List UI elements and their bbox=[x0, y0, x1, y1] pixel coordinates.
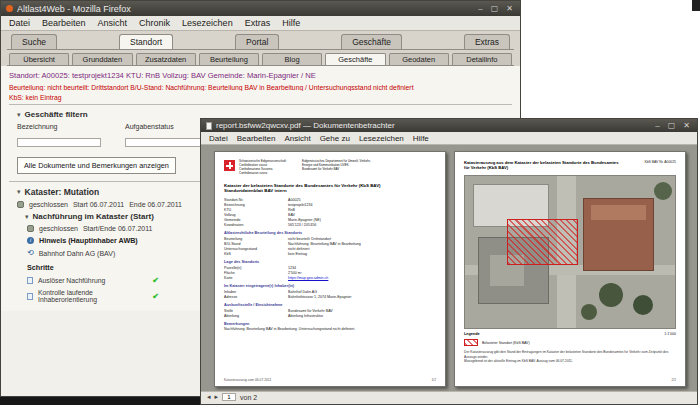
menu-datei[interactable]: Datei bbox=[209, 134, 228, 143]
secondary-tabs: Übersicht Grunddaten Zusatzdaten Beurtei… bbox=[7, 50, 514, 65]
menu-hilfe[interactable]: Hilfe bbox=[282, 18, 300, 28]
confederation-block: Schweizerische Eidgenossenschaft Confédé… bbox=[239, 160, 286, 176]
site-perimeter-overlay bbox=[507, 219, 578, 265]
pdf-menubar: Datei Bearbeiten Ansicht Gehe zu Lesezei… bbox=[201, 132, 697, 145]
bezeichnung-input[interactable] bbox=[17, 138, 101, 147]
datasheet-rows: Standort-Nr.A00025 Bezeichnungtestprojek… bbox=[224, 198, 436, 332]
tab-standort[interactable]: Standort bbox=[119, 34, 173, 49]
page-number-input[interactable] bbox=[222, 393, 236, 401]
kv-row-map-link: Kartehttps://map.geo.admin.ch bbox=[224, 276, 436, 281]
kv-row: Koordinaten565'123 / 205'456 bbox=[224, 223, 436, 228]
tab-grunddaten[interactable]: Grunddaten bbox=[72, 53, 132, 65]
desktop-artifact bbox=[692, 0, 700, 11]
footer-pagenum: 2/2 bbox=[671, 378, 676, 382]
dept-line: Bundesamt für Verkehr BAV bbox=[302, 168, 371, 172]
show-all-documents-button[interactable]: Alle Dokumente und Bemerkungen anzeigen bbox=[17, 157, 176, 174]
hint-label: Hinweis (Hauptinhaber AWB) bbox=[39, 236, 138, 245]
menu-bearbeiten[interactable]: Bearbeiten bbox=[42, 18, 86, 28]
note-line: Der Katasterauszug gibt den Stand der Ei… bbox=[464, 350, 676, 359]
kbs-reference: KbS BAV Nr. A00025 bbox=[644, 160, 676, 170]
tab-extras[interactable]: Extras bbox=[464, 34, 510, 49]
next-page-icon[interactable]: ▸ bbox=[215, 393, 219, 401]
tree-shape bbox=[581, 304, 597, 320]
step-row-kontrolle[interactable]: Kontrolle laufende Inhaberorientierung ✔ bbox=[9, 287, 167, 305]
pdf-viewer-window: report.bsfww2qwcxv.pdf — Dokumentenbetra… bbox=[200, 118, 698, 405]
document-icon bbox=[27, 277, 33, 284]
pdf-titlebar[interactable]: report.bsfww2qwcxv.pdf — Dokumentenbetra… bbox=[201, 119, 697, 132]
aufgabenstatus-input[interactable] bbox=[125, 138, 209, 147]
kataster-section-title: Kataster: Mutation bbox=[25, 187, 100, 197]
nachfuehrung-title: Nachführung im Kataster (Start) bbox=[33, 212, 154, 221]
status-closed-icon bbox=[27, 225, 34, 232]
refresh-icon: ⟲ bbox=[27, 249, 34, 257]
start-date: Start 06.07.2011 bbox=[73, 201, 124, 208]
desktop-dark-area bbox=[0, 397, 202, 405]
menu-hilfe[interactable]: Hilfe bbox=[413, 134, 429, 143]
menu-datei[interactable]: Datei bbox=[9, 18, 30, 28]
page1-header: Schweizerische Eidgenossenschaft Confédé… bbox=[224, 160, 436, 176]
tab-uebersicht[interactable]: Übersicht bbox=[9, 53, 69, 65]
tab-geschaefte[interactable]: Geschäfte bbox=[325, 53, 385, 65]
tab-beurteilung[interactable]: Beurteilung bbox=[199, 53, 259, 65]
firefox-titlebar[interactable]: Altlast4Web - Mozilla Firefox – ▢ ✕ bbox=[1, 1, 520, 16]
menu-ansicht[interactable]: Ansicht bbox=[284, 134, 310, 143]
step-row-ausloeser[interactable]: Auslöser Nachführung ✔ bbox=[9, 274, 167, 287]
kv-value: Abteilung Infrastruktur bbox=[288, 314, 323, 319]
menu-bearbeiten[interactable]: Bearbeiten bbox=[237, 134, 276, 143]
aufgabenstatus-field-group: Aufgabenstatus bbox=[125, 123, 209, 149]
map-caption-row: Legende 1:1'000 bbox=[464, 332, 676, 336]
step-label: Kontrolle laufende Inhaberorientierung bbox=[38, 289, 147, 303]
chevron-down-icon: ▾ bbox=[25, 213, 29, 221]
tab-geodaten[interactable]: Geodaten bbox=[389, 53, 449, 65]
tab-zusatzdaten[interactable]: Zusatzdaten bbox=[136, 53, 196, 65]
document-title-line2: Standortdatenblatt BAV intern bbox=[224, 188, 436, 194]
tab-detailinfo[interactable]: Detailinfo bbox=[452, 53, 512, 65]
menu-ansicht[interactable]: Ansicht bbox=[98, 18, 128, 28]
firefox-app-icon bbox=[6, 5, 13, 12]
beurteilung-status-line: Beurteilung: nicht beurteilt: Drittstand… bbox=[9, 84, 512, 91]
document-title: Kataster der belasteten Standorte des Bu… bbox=[224, 183, 436, 194]
legend-label: Legende bbox=[464, 332, 480, 336]
tree-shape bbox=[599, 283, 623, 307]
tab-portal[interactable]: Portal bbox=[235, 34, 279, 49]
menu-chronik[interactable]: Chronik bbox=[139, 18, 170, 28]
minimize-icon[interactable]: – bbox=[653, 122, 661, 130]
status-text: geschlossen bbox=[29, 201, 68, 208]
menu-extras[interactable]: Extras bbox=[245, 18, 271, 28]
tab-suche[interactable]: Suche bbox=[11, 34, 57, 49]
map-link[interactable]: https://map.geo.admin.ch bbox=[288, 276, 328, 281]
close-icon[interactable]: ✕ bbox=[504, 5, 515, 13]
kv-row: AbteilungAbteilung Infrastruktur bbox=[224, 314, 436, 319]
pdf-page-2: Katasterauszug aus dem Kataster der bela… bbox=[454, 151, 686, 387]
tab-blog[interactable]: Blog bbox=[262, 53, 322, 65]
pdf-page-1: Schweizerische Eidgenossenschaft Confédé… bbox=[214, 151, 446, 387]
tree-shape bbox=[633, 295, 653, 315]
step-label: Auslöser Nachführung bbox=[38, 277, 105, 284]
swiss-cross-icon bbox=[224, 160, 235, 171]
note-line: Massgebend ist der aktuelle Eintrag im K… bbox=[464, 359, 676, 364]
previous-page-icon[interactable]: ◂ bbox=[207, 393, 211, 401]
legend-item-label: Belasteter Standort (KbS BAV) bbox=[482, 341, 530, 345]
pdf-document-area[interactable]: Schweizerische Eidgenossenschaft Confédé… bbox=[201, 145, 697, 391]
page-count-label: von 2 bbox=[240, 394, 257, 401]
menu-lesezeichen[interactable]: Lesezeichen bbox=[359, 134, 404, 143]
kv-value: Bahnhofstrasse 1, 2074 Marin-Epagnier bbox=[288, 295, 352, 300]
department-block: Eidgenössisches Departement für Umwelt, … bbox=[302, 160, 371, 172]
info-icon: i bbox=[27, 237, 34, 244]
footer-pagenum: 1/2 bbox=[431, 378, 436, 382]
close-icon[interactable]: ✕ bbox=[681, 122, 692, 130]
maximize-icon[interactable]: ▢ bbox=[666, 122, 678, 130]
check-icon: ✔ bbox=[152, 292, 159, 301]
owner-label: Bahnhof Dahn AG (BAV) bbox=[39, 250, 116, 257]
filter-section-title: Geschäfte filtern bbox=[25, 110, 88, 119]
start-end-date: Start/Ende 06.07.2011 bbox=[83, 225, 153, 232]
divider bbox=[9, 104, 512, 105]
maximize-icon[interactable]: ▢ bbox=[489, 5, 501, 13]
legend-item-row: Belasteter Standort (KbS BAV) bbox=[464, 339, 676, 346]
kv-label: KbS bbox=[224, 252, 288, 257]
menu-lesezeichen[interactable]: Lesezeichen bbox=[182, 18, 233, 28]
minimize-icon[interactable]: – bbox=[476, 5, 484, 13]
document-icon bbox=[27, 293, 33, 300]
tab-geschaefte-primary[interactable]: Geschäfte bbox=[341, 34, 402, 49]
menu-gehe-zu[interactable]: Gehe zu bbox=[320, 134, 350, 143]
